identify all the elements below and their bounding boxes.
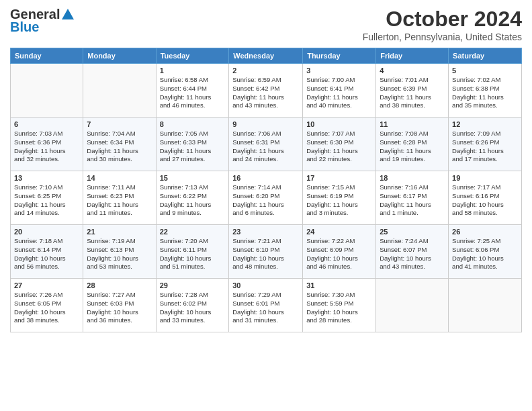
calendar-cell bbox=[83, 64, 156, 118]
day-number: 22 bbox=[160, 228, 226, 236]
calendar-cell: 27Sunrise: 7:26 AM Sunset: 6:05 PM Dayli… bbox=[11, 279, 83, 332]
day-info: Sunrise: 7:01 AM Sunset: 6:39 PM Dayligh… bbox=[380, 76, 445, 110]
day-header-friday: Friday bbox=[376, 48, 449, 64]
logo-icon bbox=[60, 7, 75, 22]
day-number: 3 bbox=[306, 66, 372, 75]
day-number: 26 bbox=[452, 228, 518, 236]
calendar-cell: 25Sunrise: 7:24 AM Sunset: 6:07 PM Dayli… bbox=[376, 225, 449, 279]
calendar-cell: 20Sunrise: 7:18 AM Sunset: 6:14 PM Dayli… bbox=[11, 225, 83, 279]
header: General Blue October 2024 Fullerton, Pen… bbox=[10, 7, 522, 42]
calendar: SundayMondayTuesdayWednesdayThursdayFrid… bbox=[10, 48, 522, 332]
calendar-cell bbox=[11, 64, 83, 118]
day-number: 1 bbox=[160, 66, 226, 75]
day-number: 14 bbox=[87, 174, 152, 182]
day-info: Sunrise: 7:22 AM Sunset: 6:09 PM Dayligh… bbox=[306, 237, 372, 271]
day-header-tuesday: Tuesday bbox=[156, 48, 229, 64]
day-info: Sunrise: 7:14 AM Sunset: 6:20 PM Dayligh… bbox=[232, 183, 299, 218]
day-number: 13 bbox=[14, 174, 79, 182]
logo-blue: Blue bbox=[10, 19, 39, 35]
day-info: Sunrise: 7:28 AM Sunset: 6:02 PM Dayligh… bbox=[160, 291, 226, 325]
calendar-cell: 11Sunrise: 7:08 AM Sunset: 6:28 PM Dayli… bbox=[376, 118, 449, 171]
calendar-cell: 8Sunrise: 7:05 AM Sunset: 6:33 PM Daylig… bbox=[156, 118, 229, 171]
day-number: 9 bbox=[232, 120, 299, 128]
calendar-cell: 22Sunrise: 7:20 AM Sunset: 6:11 PM Dayli… bbox=[156, 225, 229, 279]
calendar-cell bbox=[376, 279, 449, 332]
calendar-cell bbox=[449, 279, 522, 332]
day-info: Sunrise: 6:58 AM Sunset: 6:44 PM Dayligh… bbox=[160, 76, 226, 110]
day-number: 12 bbox=[452, 120, 518, 128]
title-block: October 2024 Fullerton, Pennsylvania, Un… bbox=[363, 7, 522, 42]
day-number: 16 bbox=[232, 174, 299, 182]
day-number: 18 bbox=[380, 174, 445, 182]
calendar-cell: 13Sunrise: 7:10 AM Sunset: 6:25 PM Dayli… bbox=[11, 171, 83, 225]
calendar-cell: 6Sunrise: 7:03 AM Sunset: 6:36 PM Daylig… bbox=[11, 118, 83, 171]
calendar-cell: 26Sunrise: 7:25 AM Sunset: 6:06 PM Dayli… bbox=[449, 225, 522, 279]
calendar-week-4: 20Sunrise: 7:18 AM Sunset: 6:14 PM Dayli… bbox=[11, 225, 522, 279]
day-header-thursday: Thursday bbox=[303, 48, 376, 64]
calendar-week-1: 1Sunrise: 6:58 AM Sunset: 6:44 PM Daylig… bbox=[11, 64, 522, 118]
day-number: 5 bbox=[452, 66, 518, 75]
day-number: 29 bbox=[160, 281, 226, 289]
day-info: Sunrise: 7:05 AM Sunset: 6:33 PM Dayligh… bbox=[160, 130, 226, 164]
calendar-cell: 4Sunrise: 7:01 AM Sunset: 6:39 PM Daylig… bbox=[376, 64, 449, 118]
calendar-cell: 12Sunrise: 7:09 AM Sunset: 6:26 PM Dayli… bbox=[449, 118, 522, 171]
calendar-cell: 31Sunrise: 7:30 AM Sunset: 5:59 PM Dayli… bbox=[303, 279, 376, 332]
calendar-week-2: 6Sunrise: 7:03 AM Sunset: 6:36 PM Daylig… bbox=[11, 118, 522, 171]
day-info: Sunrise: 7:11 AM Sunset: 6:23 PM Dayligh… bbox=[87, 183, 152, 218]
day-header-wednesday: Wednesday bbox=[229, 48, 303, 64]
page: General Blue October 2024 Fullerton, Pen… bbox=[0, 0, 532, 411]
day-info: Sunrise: 7:07 AM Sunset: 6:30 PM Dayligh… bbox=[306, 130, 372, 164]
calendar-week-3: 13Sunrise: 7:10 AM Sunset: 6:25 PM Dayli… bbox=[11, 171, 522, 225]
day-info: Sunrise: 7:15 AM Sunset: 6:19 PM Dayligh… bbox=[306, 183, 372, 218]
day-number: 21 bbox=[87, 228, 152, 236]
day-number: 6 bbox=[14, 120, 79, 128]
calendar-cell: 23Sunrise: 7:21 AM Sunset: 6:10 PM Dayli… bbox=[229, 225, 303, 279]
calendar-cell: 30Sunrise: 7:29 AM Sunset: 6:01 PM Dayli… bbox=[229, 279, 303, 332]
day-number: 19 bbox=[452, 174, 518, 182]
day-number: 20 bbox=[14, 228, 79, 236]
day-number: 11 bbox=[380, 120, 445, 128]
day-number: 30 bbox=[232, 281, 299, 289]
day-info: Sunrise: 7:17 AM Sunset: 6:16 PM Dayligh… bbox=[452, 183, 518, 218]
day-info: Sunrise: 7:21 AM Sunset: 6:10 PM Dayligh… bbox=[232, 237, 299, 271]
day-number: 7 bbox=[87, 120, 152, 128]
location-title: Fullerton, Pennsylvania, United States bbox=[363, 32, 522, 42]
calendar-cell: 24Sunrise: 7:22 AM Sunset: 6:09 PM Dayli… bbox=[303, 225, 376, 279]
calendar-cell: 2Sunrise: 6:59 AM Sunset: 6:42 PM Daylig… bbox=[229, 64, 303, 118]
logo: General Blue bbox=[10, 7, 75, 35]
day-info: Sunrise: 7:26 AM Sunset: 6:05 PM Dayligh… bbox=[14, 291, 79, 325]
calendar-week-5: 27Sunrise: 7:26 AM Sunset: 6:05 PM Dayli… bbox=[11, 279, 522, 332]
calendar-cell: 9Sunrise: 7:06 AM Sunset: 6:31 PM Daylig… bbox=[229, 118, 303, 171]
day-number: 17 bbox=[306, 174, 372, 182]
day-info: Sunrise: 7:16 AM Sunset: 6:17 PM Dayligh… bbox=[380, 183, 445, 218]
day-number: 28 bbox=[87, 281, 152, 289]
calendar-cell: 29Sunrise: 7:28 AM Sunset: 6:02 PM Dayli… bbox=[156, 279, 229, 332]
day-info: Sunrise: 6:59 AM Sunset: 6:42 PM Dayligh… bbox=[232, 76, 299, 110]
day-info: Sunrise: 7:27 AM Sunset: 6:03 PM Dayligh… bbox=[87, 291, 152, 325]
day-info: Sunrise: 7:13 AM Sunset: 6:22 PM Dayligh… bbox=[160, 183, 226, 218]
calendar-cell: 28Sunrise: 7:27 AM Sunset: 6:03 PM Dayli… bbox=[83, 279, 156, 332]
calendar-body: 1Sunrise: 6:58 AM Sunset: 6:44 PM Daylig… bbox=[11, 64, 522, 332]
day-number: 24 bbox=[306, 228, 372, 236]
calendar-cell: 17Sunrise: 7:15 AM Sunset: 6:19 PM Dayli… bbox=[303, 171, 376, 225]
day-info: Sunrise: 7:03 AM Sunset: 6:36 PM Dayligh… bbox=[14, 130, 79, 164]
day-info: Sunrise: 7:29 AM Sunset: 6:01 PM Dayligh… bbox=[232, 291, 299, 325]
day-info: Sunrise: 7:19 AM Sunset: 6:13 PM Dayligh… bbox=[87, 237, 152, 271]
svg-marker-0 bbox=[62, 9, 74, 19]
day-number: 15 bbox=[160, 174, 226, 182]
calendar-cell: 21Sunrise: 7:19 AM Sunset: 6:13 PM Dayli… bbox=[83, 225, 156, 279]
calendar-cell: 5Sunrise: 7:02 AM Sunset: 6:38 PM Daylig… bbox=[449, 64, 522, 118]
day-number: 27 bbox=[14, 281, 79, 289]
day-info: Sunrise: 7:24 AM Sunset: 6:07 PM Dayligh… bbox=[380, 237, 445, 271]
day-number: 31 bbox=[306, 281, 372, 289]
day-header-monday: Monday bbox=[83, 48, 156, 64]
day-info: Sunrise: 7:08 AM Sunset: 6:28 PM Dayligh… bbox=[380, 130, 445, 164]
day-number: 10 bbox=[306, 120, 372, 128]
calendar-cell: 1Sunrise: 6:58 AM Sunset: 6:44 PM Daylig… bbox=[156, 64, 229, 118]
day-info: Sunrise: 7:00 AM Sunset: 6:41 PM Dayligh… bbox=[306, 76, 372, 110]
calendar-cell: 19Sunrise: 7:17 AM Sunset: 6:16 PM Dayli… bbox=[449, 171, 522, 225]
calendar-cell: 16Sunrise: 7:14 AM Sunset: 6:20 PM Dayli… bbox=[229, 171, 303, 225]
calendar-cell: 18Sunrise: 7:16 AM Sunset: 6:17 PM Dayli… bbox=[376, 171, 449, 225]
day-info: Sunrise: 7:25 AM Sunset: 6:06 PM Dayligh… bbox=[452, 237, 518, 271]
day-info: Sunrise: 7:18 AM Sunset: 6:14 PM Dayligh… bbox=[14, 237, 79, 271]
